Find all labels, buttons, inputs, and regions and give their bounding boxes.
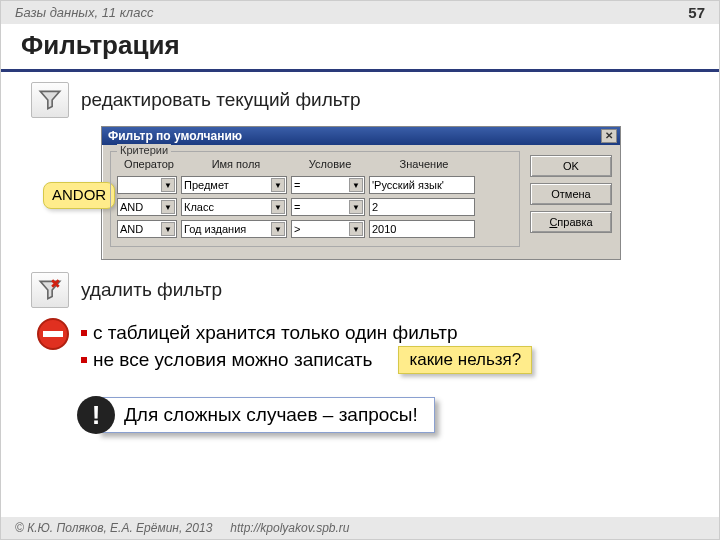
footer: © К.Ю. Поляков, Е.А. Ерёмин, 2013 http:/… bbox=[1, 517, 719, 539]
dialog-titlebar: Фильтр по умолчанию ✕ bbox=[102, 127, 620, 145]
page-title: Фильтрация bbox=[1, 24, 719, 72]
close-icon[interactable]: ✕ bbox=[601, 129, 617, 143]
ok-button[interactable]: OK bbox=[530, 155, 612, 177]
funnel-icon[interactable] bbox=[31, 82, 69, 118]
chevron-down-icon: ▼ bbox=[349, 222, 363, 236]
chevron-down-icon: ▼ bbox=[349, 200, 363, 214]
condition-combo[interactable]: >▼ bbox=[291, 220, 365, 238]
chevron-down-icon: ▼ bbox=[271, 178, 285, 192]
criteria-row: AND▼ Год издания▼ >▼ 2010 bbox=[117, 220, 513, 238]
dialog-title: Фильтр по умолчанию bbox=[108, 129, 242, 143]
filter-dialog: Фильтр по умолчанию ✕ Критерии Оператор … bbox=[101, 126, 621, 260]
condition-combo[interactable]: =▼ bbox=[291, 198, 365, 216]
field-combo[interactable]: Год издания▼ bbox=[181, 220, 287, 238]
chevron-down-icon: ▼ bbox=[271, 222, 285, 236]
operator-combo[interactable]: ▼ bbox=[117, 176, 177, 194]
chevron-down-icon: ▼ bbox=[349, 178, 363, 192]
copyright: © К.Ю. Поляков, Е.А. Ерёмин, 2013 bbox=[15, 521, 212, 535]
col-operator: Оператор bbox=[117, 158, 181, 170]
chevron-down-icon: ▼ bbox=[161, 200, 175, 214]
cancel-button[interactable]: Отмена bbox=[530, 183, 612, 205]
edit-filter-label: редактировать текущий фильтр bbox=[81, 89, 361, 111]
bullet-item: не все условия можно записать какие нель… bbox=[81, 346, 532, 374]
criteria-row: AND▼ Класс▼ =▼ 2 bbox=[117, 198, 513, 216]
operator-combo[interactable]: AND▼ bbox=[117, 220, 177, 238]
chevron-down-icon: ▼ bbox=[161, 178, 175, 192]
criteria-label: Критерии bbox=[117, 144, 171, 156]
criteria-row: ▼ Предмет▼ =▼ 'Русский язык' bbox=[117, 176, 513, 194]
header: Базы данных, 11 класс 57 bbox=[1, 1, 719, 24]
bullet-item: с таблицей хранится только один фильтр bbox=[81, 322, 532, 344]
field-combo[interactable]: Предмет▼ bbox=[181, 176, 287, 194]
col-field: Имя поля bbox=[181, 158, 291, 170]
help-button[interactable]: Справка bbox=[530, 211, 612, 233]
and-or-badge: ANDOR bbox=[43, 182, 115, 209]
chevron-down-icon: ▼ bbox=[271, 200, 285, 214]
question-badge: какие нельзя? bbox=[398, 346, 532, 374]
value-input[interactable]: 2 bbox=[369, 198, 475, 216]
value-input[interactable]: 2010 bbox=[369, 220, 475, 238]
complex-note: Для сложных случаев – запросы! bbox=[97, 397, 435, 433]
breadcrumb: Базы данных, 11 класс bbox=[15, 5, 153, 20]
col-value: Значение bbox=[369, 158, 479, 170]
no-entry-icon bbox=[37, 318, 69, 350]
field-combo[interactable]: Класс▼ bbox=[181, 198, 287, 216]
value-input[interactable]: 'Русский язык' bbox=[369, 176, 475, 194]
chevron-down-icon: ▼ bbox=[161, 222, 175, 236]
criteria-group: Критерии Оператор Имя поля Условие Значе… bbox=[110, 151, 520, 247]
footer-url: http://kpolyakov.spb.ru bbox=[230, 521, 349, 535]
page-number: 57 bbox=[688, 4, 705, 21]
col-condition: Условие bbox=[291, 158, 369, 170]
operator-combo[interactable]: AND▼ bbox=[117, 198, 177, 216]
funnel-remove-icon[interactable] bbox=[31, 272, 69, 308]
delete-filter-label: удалить фильтр bbox=[81, 279, 222, 301]
condition-combo[interactable]: =▼ bbox=[291, 176, 365, 194]
exclamation-icon: ! bbox=[77, 396, 115, 434]
